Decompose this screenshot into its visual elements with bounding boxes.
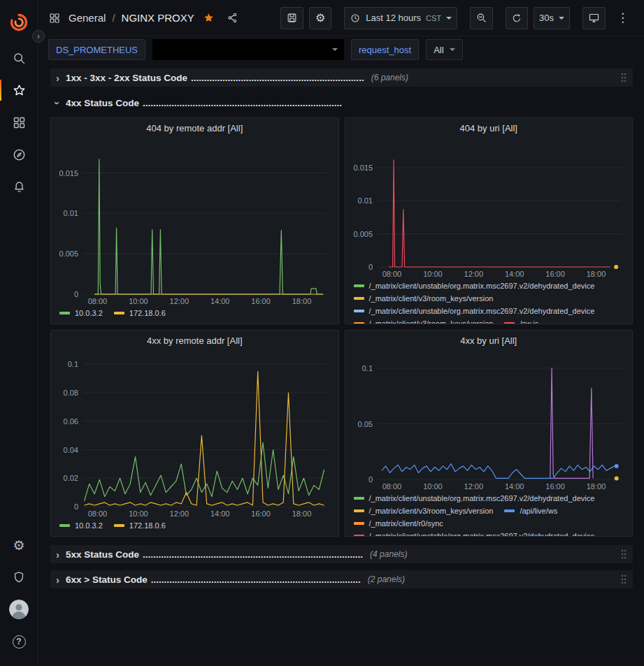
dashboard-title[interactable]: NGINX PROXY	[122, 12, 194, 24]
datasource-variable-label[interactable]: DS_PROMETHEUS	[48, 39, 145, 60]
legend-item[interactable]: /_matrix/client/v3/room_keys/version	[354, 506, 494, 516]
legend-item[interactable]: /sw.js	[504, 319, 538, 324]
timeseries-chart[interactable]: 00.0050.010.01508:0010:0012:0014:0016:00…	[54, 139, 334, 306]
svg-text:0: 0	[74, 290, 78, 298]
svg-text:08:00: 08:00	[88, 509, 108, 518]
svg-text:16:00: 16:00	[545, 270, 565, 278]
legend-label: 10.0.3.2	[75, 521, 103, 530]
more-options-button[interactable]: ⋮	[611, 7, 634, 29]
legend-item[interactable]: /_matrix/client/unstable/org.matrix.msc2…	[354, 306, 595, 316]
svg-text:08:00: 08:00	[88, 297, 108, 305]
refresh-icon	[511, 13, 522, 24]
legend-item[interactable]: 172.18.0.6	[114, 308, 166, 318]
row-4xx-status-code[interactable]: › 4xx Status Code.......................…	[50, 94, 633, 112]
favorite-star-button[interactable]	[203, 12, 215, 24]
row-drag-handle[interactable]	[620, 549, 627, 560]
legend-label: /api/live/ws	[520, 506, 557, 516]
save-dashboard-button[interactable]	[280, 7, 303, 29]
kebab-icon: ⋮	[617, 12, 629, 24]
legend-label: /_matrix/client/unstable/org.matrix.msc2…	[369, 493, 595, 503]
legend-item[interactable]: /_matrix/client/unstable/org.matrix.msc2…	[354, 531, 595, 536]
request-host-select[interactable]: All	[426, 39, 462, 60]
zoom-out-icon	[475, 12, 487, 24]
panel-title[interactable]: 4xx by remote addr [All]	[51, 331, 338, 350]
sidebar-item-starred[interactable]	[0, 74, 38, 106]
row-drag-handle[interactable]	[620, 574, 627, 585]
svg-text:12:00: 12:00	[170, 297, 189, 305]
legend-item[interactable]: 172.18.0.6	[114, 521, 166, 530]
dashboards-grid-icon	[12, 115, 27, 130]
legend-label: /_matrix/client/r0/sync	[369, 519, 443, 528]
timeseries-chart[interactable]: 00.020.040.060.080.108:0010:0012:0014:00…	[54, 352, 334, 519]
refresh-button[interactable]	[506, 7, 528, 29]
legend-item[interactable]: 10.0.3.2	[59, 521, 103, 530]
sidebar-expand-button[interactable]: ›	[32, 30, 45, 43]
chevron-right-icon: ›	[37, 31, 40, 41]
timeseries-chart[interactable]: 00.0050.010.01508:0010:0012:0014:0016:00…	[348, 139, 629, 279]
svg-text:18:00: 18:00	[292, 509, 312, 518]
svg-text:0.015: 0.015	[59, 169, 78, 178]
sidebar-item-help[interactable]: ?	[0, 625, 38, 658]
svg-text:0.01: 0.01	[64, 209, 78, 217]
legend-swatch	[354, 310, 364, 312]
sidebar-item-alerting[interactable]	[0, 171, 38, 203]
legend-item[interactable]: /_matrix/client/unstable/org.matrix.msc2…	[354, 493, 595, 503]
sidebar-item-explore[interactable]	[0, 138, 38, 171]
clock-icon	[350, 13, 361, 24]
panel-404-by-uri: 404 by uri [All] 00.0050.010.01508:0010:…	[345, 117, 634, 324]
time-range-picker[interactable]: Last 12 hours CST	[344, 7, 457, 29]
sidebar-item-dashboards[interactable]	[0, 106, 38, 138]
share-dashboard-button[interactable]	[227, 12, 238, 24]
datasource-select[interactable]	[152, 39, 344, 60]
svg-text:0.01: 0.01	[357, 196, 372, 205]
row-1xx-3xx-2xx-status-code[interactable]: › 1xx - 3xx - 2xx Status Code...........…	[50, 68, 633, 87]
request-host-variable-label[interactable]: request_host	[351, 39, 419, 60]
caret-down-icon	[446, 17, 452, 20]
legend-label: /_matrix/client/v3/room_keys/version	[369, 319, 494, 324]
breadcrumb-separator: /	[112, 12, 115, 24]
legend-item[interactable]: 10.0.3.2	[59, 308, 103, 318]
legend-item[interactable]: /_matrix/client/r0/sync	[354, 519, 443, 528]
legend-swatch	[354, 535, 364, 536]
sidebar-item-profile[interactable]	[0, 593, 38, 625]
legend-item[interactable]: /api/live/ws	[504, 506, 557, 516]
compass-icon	[12, 147, 27, 162]
breadcrumb-folder[interactable]: General	[69, 12, 106, 24]
panel-4xx-by-uri: 4xx by uri [All] 00.050.108:0010:0012:00…	[345, 330, 634, 537]
legend-item[interactable]: /_matrix/client/v3/room_keys/version	[354, 319, 494, 324]
row-drag-handle[interactable]	[620, 72, 627, 83]
svg-text:14:00: 14:00	[504, 270, 524, 278]
dashboard-settings-button[interactable]: ⚙	[309, 7, 331, 29]
caret-down-icon	[450, 48, 455, 51]
zoom-out-button[interactable]	[470, 7, 493, 29]
panel-title[interactable]: 404 by uri [All]	[345, 118, 633, 138]
legend-label: /_matrix/client/unstable/org.matrix.msc2…	[369, 306, 595, 316]
panel-title[interactable]: 404 by remote addr [All]	[51, 118, 338, 138]
row-6xx-status-code[interactable]: › 6xx > Status Code.....................…	[50, 570, 633, 588]
timeseries-chart[interactable]: 00.050.108:0010:0012:0014:0016:0018:00	[348, 352, 629, 491]
legend-item[interactable]: /_matrix/client/unstable/org.matrix.msc2…	[354, 281, 595, 291]
legend-label: /sw.js	[520, 319, 538, 324]
cycle-view-button[interactable]	[582, 7, 606, 29]
refresh-interval-label: 30s	[539, 13, 554, 23]
legend-item[interactable]: /_matrix/client/v3/room_keys/version	[354, 294, 494, 303]
svg-text:12:00: 12:00	[464, 270, 483, 278]
svg-text:0: 0	[74, 502, 78, 511]
row-5xx-status-code[interactable]: › 5xx Status Code.......................…	[50, 545, 633, 563]
refresh-interval-dropdown[interactable]: 30s	[534, 7, 570, 29]
panel-title[interactable]: 4xx by uri [All]	[345, 331, 633, 350]
svg-text:18:00: 18:00	[292, 297, 312, 305]
sidebar-item-server-admin[interactable]	[0, 561, 38, 593]
legend-swatch	[114, 312, 124, 314]
sidebar-item-search[interactable]	[0, 42, 38, 74]
bell-icon	[12, 180, 27, 194]
sidebar-item-settings[interactable]: ⚙	[0, 529, 38, 561]
caret-down-icon	[559, 17, 564, 20]
svg-text:0.02: 0.02	[64, 474, 78, 482]
gear-icon: ⚙	[315, 13, 325, 24]
legend-swatch	[354, 522, 364, 525]
legend-label: /_matrix/client/v3/room_keys/version	[369, 506, 494, 516]
row-panel-count: (6 panels)	[371, 73, 408, 82]
legend-label: 172.18.0.6	[129, 308, 166, 318]
svg-text:16:00: 16:00	[251, 509, 271, 518]
